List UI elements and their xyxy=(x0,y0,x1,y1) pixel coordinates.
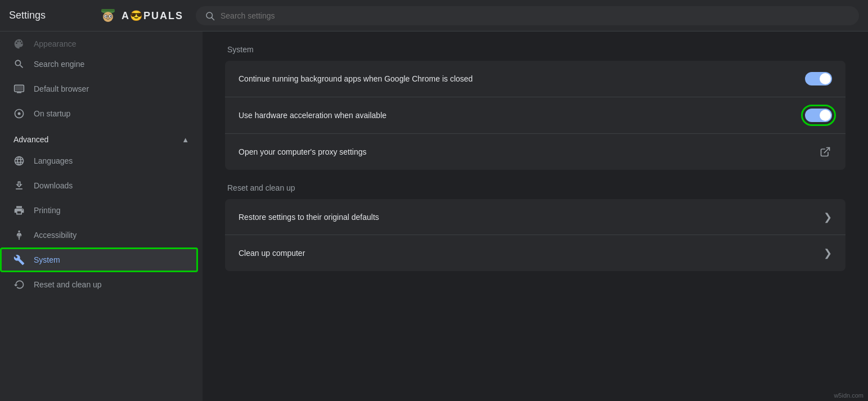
svg-rect-13 xyxy=(15,86,23,91)
reset-section-title: Reset and clean up xyxy=(225,183,845,192)
svg-rect-1 xyxy=(101,9,115,11)
restore-defaults-row[interactable]: Restore settings to their original defau… xyxy=(225,199,845,235)
sidebar-item-default-browser[interactable]: Default browser xyxy=(0,76,198,101)
advanced-section-header[interactable]: Advanced ▲ xyxy=(0,126,203,148)
sidebar-item-accessibility-label: Accessibility xyxy=(34,231,77,240)
sidebar-item-printing[interactable]: Printing xyxy=(0,198,198,223)
svg-point-6 xyxy=(110,15,111,16)
sidebar-item-downloads[interactable]: Downloads xyxy=(0,173,198,198)
sidebar-item-languages[interactable]: Languages xyxy=(0,148,198,173)
header: Settings A😎PUALS xyxy=(0,0,868,31)
logo-text: A😎PUALS xyxy=(122,10,183,22)
sidebar-item-printing-label: Printing xyxy=(34,206,60,215)
accessibility-icon xyxy=(14,229,25,241)
languages-icon xyxy=(14,155,25,166)
svg-point-16 xyxy=(18,231,20,232)
sidebar-item-downloads-label: Downloads xyxy=(34,181,73,190)
hw-accel-label: Use hardware acceleration when available xyxy=(239,111,805,120)
sidebar-item-reset-clean-label: Reset and clean up xyxy=(34,280,102,289)
sidebar-item-reset-clean[interactable]: Reset and clean up xyxy=(0,272,198,297)
hw-accel-toggle[interactable] xyxy=(805,109,832,122)
appearance-icon xyxy=(14,38,25,49)
bg-apps-toggle[interactable] xyxy=(805,72,832,85)
search-engine-icon xyxy=(14,58,25,70)
search-input[interactable] xyxy=(221,11,850,20)
logo-area: A😎PUALS xyxy=(97,4,187,27)
default-browser-icon xyxy=(14,83,25,94)
sidebar-item-appearance-label: Appearance xyxy=(34,39,77,48)
sidebar-item-system-label: System xyxy=(34,255,60,264)
sidebar-item-appearance[interactable]: Appearance xyxy=(0,36,198,52)
sidebar: Appearance Search engine Default browser xyxy=(0,31,203,401)
layout: Appearance Search engine Default browser xyxy=(0,31,868,401)
sidebar-item-on-startup-label: On startup xyxy=(34,109,70,118)
on-startup-icon xyxy=(14,108,25,119)
downloads-icon xyxy=(14,180,25,191)
external-link-icon xyxy=(818,145,832,159)
search-icon xyxy=(205,11,215,21)
page-title: Settings xyxy=(9,10,88,21)
advanced-chevron-icon: ▲ xyxy=(182,136,189,144)
svg-point-5 xyxy=(105,15,106,16)
main-content: System Continue running background apps … xyxy=(203,31,868,401)
sidebar-item-default-browser-label: Default browser xyxy=(34,84,89,93)
restore-defaults-chevron-icon: ❯ xyxy=(824,211,832,223)
logo-icon xyxy=(97,4,119,27)
bg-apps-toggle-knob xyxy=(820,73,831,84)
proxy-row[interactable]: Open your computer's proxy settings xyxy=(225,134,845,170)
clean-computer-chevron-icon: ❯ xyxy=(824,247,832,259)
svg-line-19 xyxy=(824,148,829,153)
reset-settings-group: Restore settings to their original defau… xyxy=(225,199,845,271)
advanced-label: Advanced xyxy=(14,135,48,144)
clean-computer-label: Clean up computer xyxy=(239,249,824,258)
system-icon xyxy=(14,254,25,265)
bg-apps-row: Continue running background apps when Go… xyxy=(225,61,845,97)
sidebar-item-search-engine-label: Search engine xyxy=(34,60,84,69)
proxy-label: Open your computer's proxy settings xyxy=(239,147,818,156)
reset-clean-icon xyxy=(14,279,25,290)
clean-computer-row[interactable]: Clean up computer ❯ xyxy=(225,235,845,271)
sidebar-item-accessibility[interactable]: Accessibility xyxy=(0,223,198,247)
svg-line-11 xyxy=(212,17,214,20)
system-settings-group: Continue running background apps when Go… xyxy=(225,61,845,170)
system-section-title: System xyxy=(225,45,845,54)
sidebar-item-system[interactable]: System xyxy=(0,247,198,272)
printing-icon xyxy=(14,205,25,216)
sidebar-item-search-engine[interactable]: Search engine xyxy=(0,52,198,76)
sidebar-item-on-startup[interactable]: On startup xyxy=(0,101,198,126)
svg-point-15 xyxy=(18,112,21,115)
bg-apps-label: Continue running background apps when Go… xyxy=(239,74,805,83)
restore-defaults-label: Restore settings to their original defau… xyxy=(239,213,824,222)
hw-accel-row: Use hardware acceleration when available xyxy=(225,97,845,134)
sidebar-item-languages-label: Languages xyxy=(34,156,73,165)
search-bar[interactable] xyxy=(196,6,859,25)
hw-accel-toggle-knob xyxy=(820,110,831,121)
